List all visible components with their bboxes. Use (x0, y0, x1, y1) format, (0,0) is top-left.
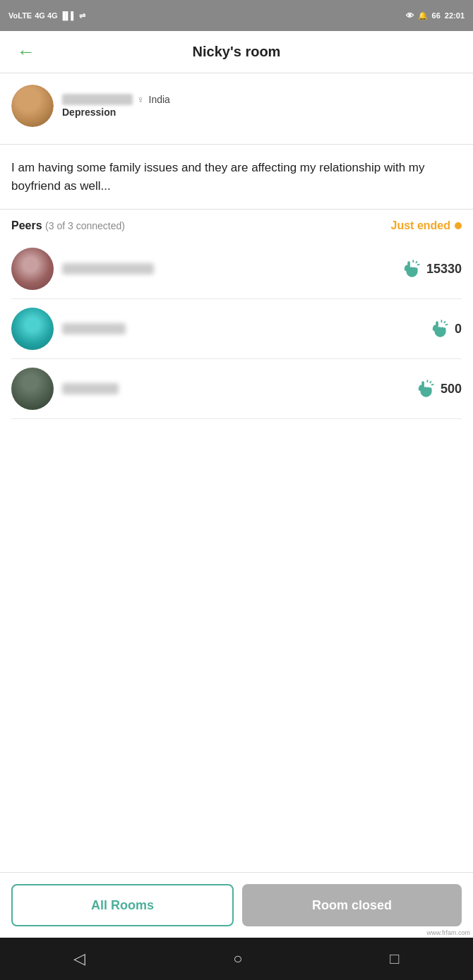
peer-score-2: 0 (425, 316, 462, 341)
clap-icon-2 (425, 316, 450, 341)
navigation-bar: ◁ ○ □ (0, 938, 473, 980)
eye-icon: 👁 (406, 11, 414, 20)
peer-name-1 (62, 263, 154, 274)
status-bar-left: VoLTE 4G 4G ▐▌▌ ⇌ (8, 11, 85, 20)
peers-section: Peers (3 of 3 connected) Just ended 1 (0, 210, 473, 646)
peer-score-value-1: 15330 (426, 262, 462, 277)
peer-score-3: 500 (411, 376, 462, 401)
peer-score-value-3: 500 (441, 382, 462, 397)
status-bar-right: 👁 🔔 66 22:01 (406, 11, 465, 20)
profile-row: ♀ India Depression (11, 85, 462, 127)
clap-icon-1 (397, 256, 422, 282)
profile-name-row: ♀ India (62, 94, 170, 105)
peers-count: (3 of 3 connected) (45, 220, 125, 231)
home-nav-icon[interactable]: ○ (233, 950, 242, 968)
peers-header: Peers (3 of 3 connected) Just ended (11, 210, 462, 239)
profile-tag: Depression (62, 107, 170, 118)
svg-line-7 (430, 381, 431, 383)
just-ended-label: Just ended (391, 219, 450, 232)
peer-name-3 (62, 383, 119, 394)
svg-line-4 (444, 321, 445, 323)
recent-nav-icon[interactable]: □ (390, 950, 399, 968)
back-arrow-icon: ← (17, 41, 35, 62)
clap-icon-3 (411, 376, 436, 401)
status-bar: VoLTE 4G 4G ▐▌▌ ⇌ 👁 🔔 66 22:01 (0, 0, 473, 31)
room-closed-button: Room closed (242, 884, 462, 926)
session-status: Just ended (391, 219, 462, 232)
watermark: www.frfam.com (426, 929, 470, 936)
svg-line-2 (417, 265, 420, 265)
description: I am having some family issues and they … (0, 145, 473, 210)
svg-line-1 (416, 261, 417, 263)
profile-section: ♀ India Depression (0, 73, 473, 145)
peer-score-1: 15330 (397, 256, 462, 282)
signal-icons: 4G 4G ▐▌▌ (35, 11, 76, 20)
profile-info: ♀ India Depression (62, 94, 170, 118)
peer-item: 500 (11, 359, 462, 419)
gender-icon: ♀ (137, 94, 145, 105)
status-dot (455, 222, 462, 229)
all-rooms-button[interactable]: All Rooms (11, 884, 234, 926)
volte-icon: VoLTE (8, 11, 32, 20)
avatar (11, 85, 54, 127)
battery: 66 (432, 11, 441, 20)
country: India (149, 94, 170, 105)
peer-avatar-2 (11, 308, 54, 350)
svg-line-5 (445, 325, 448, 325)
peer-avatar-3 (11, 368, 54, 410)
peer-item: 15330 (11, 239, 462, 299)
time: 22:01 (445, 11, 465, 20)
header: ← Nicky's room (0, 31, 473, 73)
peers-title-group: Peers (3 of 3 connected) (11, 219, 125, 232)
back-button[interactable]: ← (11, 38, 41, 66)
back-nav-icon[interactable]: ◁ (73, 950, 85, 968)
page-title: Nicky's room (193, 44, 281, 60)
spacer (0, 646, 473, 872)
peer-score-value-2: 0 (455, 322, 462, 337)
peers-title: Peers (11, 219, 42, 231)
bell-icon: 🔔 (418, 11, 428, 20)
bottom-buttons: All Rooms Room closed (0, 872, 473, 938)
avatar-image (11, 85, 54, 127)
wifi-icon: ⇌ (79, 11, 85, 20)
peer-name-2 (62, 323, 126, 334)
svg-line-8 (431, 385, 434, 385)
peer-avatar-1 (11, 248, 54, 290)
profile-name (62, 94, 133, 105)
peer-item: 0 (11, 299, 462, 359)
